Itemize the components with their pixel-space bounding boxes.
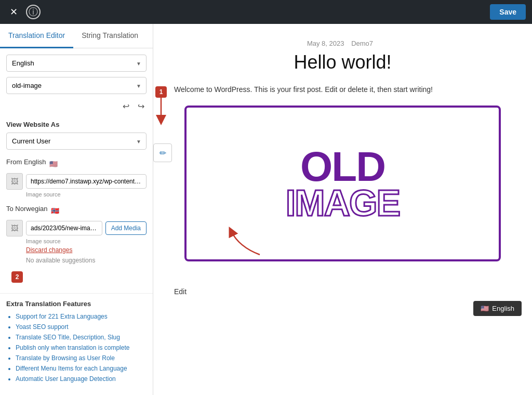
close-button[interactable]: ✕	[6, 5, 21, 19]
view-as-select-wrap: Current User Guest Administrator	[6, 133, 147, 150]
undo-button[interactable]: ↩	[121, 99, 131, 113]
from-english-header: From English 🇺🇸	[6, 158, 147, 170]
list-item: Translate SEO Title, Description, Slug	[16, 334, 147, 341]
right-panel: 1 ✏ May 8, 2023 Demo7 Hello world! Welco	[153, 24, 532, 395]
to-norwegian-input-row: 🖼 Add Media	[6, 220, 147, 236]
info-button[interactable]: ⓘ	[26, 5, 41, 19]
extra-features-list: Support for 221 Extra Languages Yoast SE…	[6, 313, 147, 383]
save-button[interactable]: Save	[490, 4, 526, 20]
lang-pill-button[interactable]: 🇺🇸 English	[473, 301, 522, 316]
old-image-line2: IMAGE	[286, 185, 400, 221]
preview-author: Demo7	[351, 40, 373, 47]
old-image-preview: OLD IMAGE	[184, 106, 501, 261]
preview-title: Hello world!	[174, 51, 511, 73]
preview-body: Welcome to WordPress. This is your first…	[174, 84, 511, 95]
extra-features-section: Extra Translation Features Support for 2…	[0, 293, 153, 392]
list-item: Automatic User Language Detection	[16, 375, 147, 383]
source-select-wrap: old-image new-image default	[6, 77, 147, 94]
tab-string-translation[interactable]: String Translation	[73, 24, 147, 48]
view-as-label: View Website As	[6, 121, 147, 128]
annotation-badge-1: 1	[155, 86, 167, 98]
from-english-section: From English 🇺🇸 🖼 Image source	[6, 158, 147, 198]
from-english-label: From English	[6, 158, 46, 166]
source-select[interactable]: old-image new-image default	[6, 77, 147, 94]
add-media-button[interactable]: Add Media	[105, 221, 147, 235]
badge2-area: 2	[6, 271, 147, 287]
english-flag: 🇺🇸	[49, 160, 58, 168]
annotation-badge-2: 2	[11, 271, 23, 283]
main-layout: Translation Editor String Translation En…	[0, 24, 532, 395]
list-item: Yoast SEO support	[16, 323, 147, 331]
list-item: Translate by Browsing as User Role	[16, 354, 147, 362]
edit-pencil-button[interactable]: ✏	[153, 143, 172, 162]
preview-edit-label: Edit	[153, 287, 532, 296]
to-norwegian-section: To Norwegian 🇳🇴 🖼 Add Media Image source…	[6, 205, 147, 264]
lang-label: English	[492, 305, 514, 312]
old-image-line1: OLD	[300, 146, 385, 188]
to-norwegian-thumb: 🖼	[6, 220, 23, 236]
sidebar-scroll-area: English Norwegian French Spanish old-ima…	[0, 48, 153, 395]
from-english-sublabel: Image source	[26, 191, 147, 198]
from-english-thumb: 🖼	[6, 173, 23, 190]
lang-bar: 🇺🇸 English	[153, 296, 532, 321]
language-select[interactable]: English Norwegian French Spanish	[6, 55, 147, 72]
to-norwegian-header: To Norwegian 🇳🇴	[6, 205, 147, 217]
to-norwegian-sublabel: Image source	[26, 238, 147, 244]
preview-body-text: Welcome to WordPress. This is your first…	[174, 85, 433, 94]
suggestions-text: No available suggestions	[26, 257, 147, 264]
sidebar-content: English Norwegian French Spanish old-ima…	[0, 48, 153, 293]
from-english-url-input[interactable]	[26, 174, 147, 189]
to-norwegian-url-input[interactable]	[26, 221, 102, 235]
norwegian-flag: 🇳🇴	[51, 207, 59, 215]
tab-bar: Translation Editor String Translation	[0, 24, 153, 48]
list-item: Support for 221 Extra Languages	[16, 313, 147, 320]
from-english-input-row: 🖼	[6, 173, 147, 190]
to-norwegian-label: To Norwegian	[6, 205, 48, 213]
language-select-wrap: English Norwegian French Spanish	[6, 55, 147, 72]
lang-flag: 🇺🇸	[481, 305, 489, 312]
preview-date: May 8, 2023	[307, 40, 344, 47]
view-as-select[interactable]: Current User Guest Administrator	[6, 133, 147, 150]
preview-area: May 8, 2023 Demo7 Hello world! Welcome t…	[153, 24, 532, 287]
list-item: Different Menu Items for each Language	[16, 365, 147, 372]
top-bar: ✕ ⓘ Save	[0, 0, 532, 24]
redo-button[interactable]: ↪	[136, 99, 147, 113]
view-as-section: View Website As Current User Guest Admin…	[6, 121, 147, 150]
edit-pencil-panel: ✏	[153, 143, 172, 162]
undo-redo-bar: ↩ ↪	[6, 99, 147, 113]
sidebar: Translation Editor String Translation En…	[0, 24, 153, 395]
badge1-container: 1	[153, 86, 169, 128]
preview-meta: May 8, 2023 Demo7	[174, 40, 511, 47]
tab-translation-editor[interactable]: Translation Editor	[0, 24, 73, 48]
extra-features-title: Extra Translation Features	[6, 300, 147, 308]
discard-changes-link[interactable]: Discard changes	[26, 246, 147, 254]
list-item: Publish only when translation is complet…	[16, 344, 147, 351]
